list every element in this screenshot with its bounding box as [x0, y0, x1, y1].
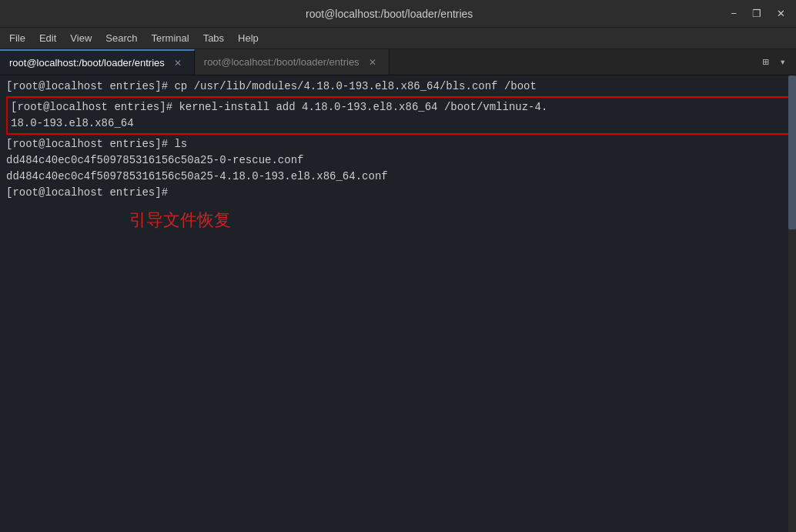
terminal-line-3: [root@localhost entries]# ls: [6, 136, 790, 152]
terminal-line-4: dd484c40ec0c4f509785316156c50a25-0-rescu…: [6, 152, 790, 169]
title-bar: root@localhost:/boot/loader/entries − ❐ …: [0, 0, 796, 28]
annotation-text: 引导文件恢复: [129, 209, 790, 232]
scrollbar-thumb[interactable]: [788, 75, 796, 229]
menu-terminal[interactable]: Terminal: [145, 30, 196, 46]
menu-file[interactable]: File: [3, 30, 32, 46]
terminal-line-6: [root@localhost entries]#: [6, 185, 790, 201]
terminal-line-5: dd484c40ec0c4f509785316156c50a25-4.18.0-…: [6, 169, 790, 185]
menu-help[interactable]: Help: [232, 30, 265, 46]
tab-bar: root@localhost:/boot/loader/entries ✕ ro…: [0, 49, 796, 75]
tab-actions: ⊞ ▾: [752, 54, 796, 70]
close-button[interactable]: ✕: [772, 7, 790, 20]
tab-1-label: root@localhost:/boot/loader/entries: [9, 57, 165, 69]
menu-tabs[interactable]: Tabs: [197, 30, 230, 46]
terminal-line-1: [root@localhost entries]# cp /usr/lib/mo…: [6, 79, 790, 95]
tab-1-close[interactable]: ✕: [171, 56, 185, 70]
tab-icon-button[interactable]: ⊞: [758, 54, 772, 70]
terminal-line-2b: 18.0-193.el8.x86_64: [11, 115, 785, 132]
tab-2-close[interactable]: ✕: [366, 55, 380, 69]
scrollbar[interactable]: [788, 75, 796, 532]
tab-dropdown-button[interactable]: ▾: [776, 54, 790, 70]
menu-view[interactable]: View: [64, 30, 98, 46]
tab-2[interactable]: root@localhost:/boot/loader/entries ✕: [195, 49, 390, 75]
highlighted-command-block: [root@localhost entries]# kernel-install…: [6, 96, 790, 135]
terminal-content: [root@localhost entries]# cp /usr/lib/mo…: [0, 75, 796, 532]
menu-bar: File Edit View Search Terminal Tabs Help: [0, 28, 796, 49]
window-controls: − ❐ ✕: [726, 7, 790, 20]
window-title: root@localhost:/boot/loader/entries: [52, 8, 726, 20]
tab-1[interactable]: root@localhost:/boot/loader/entries ✕: [0, 49, 195, 75]
menu-edit[interactable]: Edit: [33, 30, 62, 46]
minimize-button[interactable]: −: [726, 7, 741, 20]
menu-search[interactable]: Search: [99, 30, 143, 46]
maximize-button[interactable]: ❐: [748, 7, 766, 20]
tab-2-label: root@localhost:/boot/loader/entries: [204, 56, 360, 68]
terminal-line-2a: [root@localhost entries]# kernel-install…: [11, 99, 785, 115]
